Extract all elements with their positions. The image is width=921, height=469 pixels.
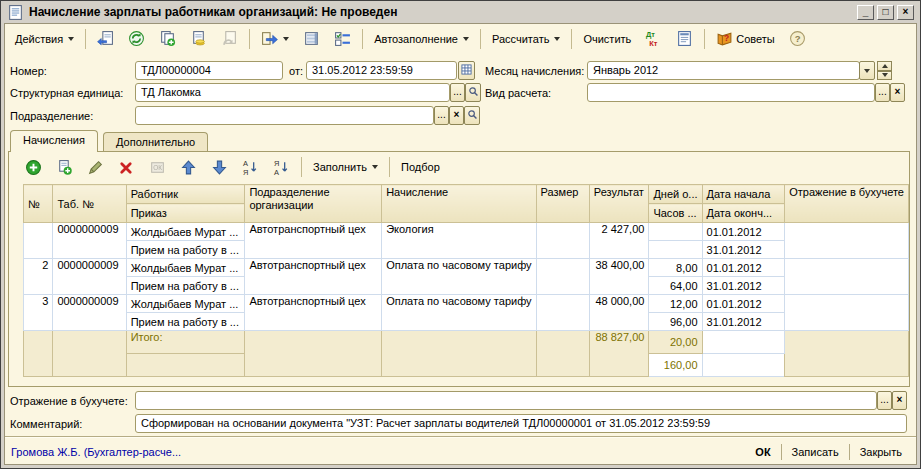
ok-button[interactable]: ОК (745, 443, 780, 461)
date-input[interactable]: 31.05.2012 23:59:59 (306, 61, 457, 80)
cell-num[interactable]: 1 (24, 223, 53, 259)
spin-down-button[interactable] (877, 71, 892, 81)
cell-date-end[interactable]: 31.01.2012 (702, 277, 785, 295)
spin-up-button[interactable] (877, 61, 892, 71)
unit-open-button[interactable] (465, 83, 481, 102)
reflection-input[interactable] (135, 391, 877, 410)
cell-department[interactable]: Автотранспортный цех (245, 259, 382, 295)
report-button[interactable] (670, 26, 699, 51)
department-open-button[interactable] (464, 106, 480, 125)
comment-input[interactable]: Сформирован на основании документа "УЗТ:… (135, 414, 907, 433)
cell-date-start[interactable]: 01.01.2012 (702, 259, 785, 277)
pick-button[interactable]: Подбор (395, 157, 446, 177)
settings-button[interactable] (328, 26, 357, 51)
close-button[interactable]: × (897, 5, 914, 20)
sort-asc-button[interactable]: АЯ (236, 155, 265, 180)
cell-order[interactable]: Прием на работу в ... (126, 313, 245, 331)
unit-input[interactable]: ТД Лакомка (135, 83, 450, 102)
col-num: № (24, 185, 53, 223)
delete-row-button[interactable] (112, 155, 141, 180)
cell-days[interactable] (649, 223, 702, 241)
help-button[interactable]: ? (783, 26, 812, 51)
close-form-button[interactable]: Закрыть (850, 443, 912, 461)
maximize-button[interactable]: □ (877, 5, 894, 20)
calc-kind-select-button[interactable]: ... (875, 83, 890, 102)
unpost-document-button[interactable] (215, 26, 244, 51)
calendar-button[interactable] (458, 61, 475, 80)
cell-date-end[interactable]: 31.01.2012 (702, 241, 785, 259)
cell-num[interactable]: 2 (24, 259, 53, 295)
copy-document-button[interactable] (153, 26, 182, 51)
tab-accruals[interactable]: Начисления (10, 130, 98, 152)
minimize-button[interactable]: _ (857, 5, 874, 20)
cell-date-start[interactable]: 01.01.2012 (702, 223, 785, 241)
unit-select-button[interactable]: ... (450, 83, 465, 102)
cell-size[interactable] (536, 295, 589, 331)
reflection-clear-button[interactable]: × (892, 391, 907, 410)
calculate-button[interactable]: Рассчитать (486, 29, 566, 49)
chevron-down-icon (68, 37, 74, 41)
cell-worker[interactable]: Жолдыбаев Мурат ... (126, 259, 245, 277)
calc-kind-clear-button[interactable]: × (890, 83, 905, 102)
cell-accrual[interactable]: Оплата по часовому тарифу (382, 259, 536, 295)
sort-desc-button[interactable]: ЯА (267, 155, 296, 180)
cell-tab-num[interactable]: 0000000009 (53, 295, 126, 331)
cell-hours[interactable]: 64,00 (649, 277, 702, 295)
edit-row-button[interactable] (81, 155, 110, 180)
tab-additional[interactable]: Дополнительно (103, 132, 208, 152)
clear-button[interactable]: Очистить (577, 29, 637, 49)
goto-button[interactable] (255, 26, 295, 51)
cell-days[interactable]: 12,00 (649, 295, 702, 313)
cell-result[interactable]: 38 400,00 (589, 259, 649, 295)
department-select-button[interactable]: ... (434, 106, 449, 125)
cell-date-start[interactable]: 01.01.2012 (702, 295, 785, 313)
fill-button[interactable]: Заполнить (307, 157, 384, 177)
actions-button[interactable]: Действия (9, 29, 80, 49)
cell-reflection[interactable] (785, 295, 909, 331)
cell-hours[interactable]: 96,00 (649, 313, 702, 331)
cell-worker[interactable]: Жолдыбаев Мурат ... (126, 223, 245, 241)
department-clear-button[interactable]: × (449, 106, 464, 125)
cell-size[interactable] (536, 223, 589, 259)
move-down-button[interactable] (205, 155, 234, 180)
cell-days[interactable]: 8,00 (649, 259, 702, 277)
cell-department[interactable]: Автотранспортный цех (245, 223, 382, 259)
cell-order[interactable]: Прием на работу в ... (126, 277, 245, 295)
dtkt-button[interactable]: ДтКт (639, 26, 668, 51)
copy-row-button[interactable] (50, 155, 79, 180)
reflection-select-button[interactable]: ... (877, 391, 892, 410)
calc-kind-input[interactable] (587, 83, 875, 102)
number-input[interactable]: ТДЛ00000004 (135, 61, 283, 80)
cell-accrual[interactable]: Оплата по часовому тарифу (382, 295, 536, 331)
cell-tab-num[interactable]: 0000000009 (53, 223, 126, 259)
cell-num[interactable]: 3 (24, 295, 53, 331)
cell-result[interactable]: 2 427,00 (589, 223, 649, 259)
cell-reflection[interactable] (785, 259, 909, 295)
month-dropdown-button[interactable] (859, 61, 875, 80)
autofill-button[interactable]: Автозаполнение (368, 29, 475, 49)
tips-button[interactable]: ? Советы (710, 26, 780, 51)
cell-accrual[interactable]: Экология (382, 223, 536, 259)
department-input[interactable] (135, 106, 434, 125)
cell-size[interactable] (536, 259, 589, 295)
cell-date-end[interactable]: 31.01.2012 (702, 313, 785, 331)
status-user: Громова Ж.Б. (Бухгалтер-расче... (11, 446, 181, 458)
cell-result[interactable]: 48 000,00 (589, 295, 649, 331)
refresh-button[interactable] (122, 26, 151, 51)
end-edit-button[interactable]: ОК (143, 155, 172, 180)
cell-worker[interactable]: Жолдыбаев Мурат ... (126, 295, 245, 313)
save-document-button[interactable] (91, 26, 120, 51)
move-up-button[interactable] (174, 155, 203, 180)
cell-hours[interactable] (649, 241, 702, 259)
structure-button[interactable] (297, 26, 326, 51)
goto-icon (261, 30, 278, 47)
cell-tab-num[interactable]: 0000000009 (53, 259, 126, 295)
add-row-button[interactable] (19, 155, 48, 180)
cell-reflection[interactable] (785, 223, 909, 259)
cell-order[interactable]: Прием на работу в ... (126, 241, 245, 259)
month-combo[interactable]: Январь 2012 (587, 61, 860, 80)
col-days: Дней о... (649, 185, 702, 204)
post-document-button[interactable] (184, 26, 213, 51)
write-button[interactable]: Записать (782, 443, 849, 461)
cell-department[interactable]: Автотранспортный цех (245, 295, 382, 331)
